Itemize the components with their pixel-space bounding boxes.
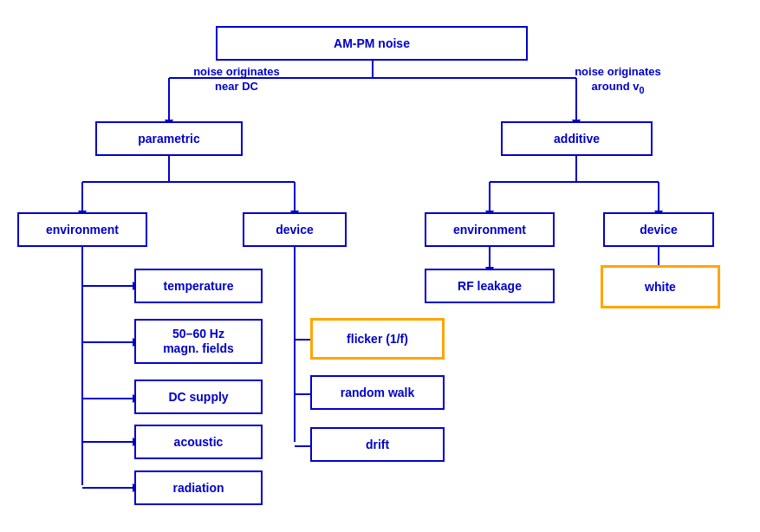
node-flicker: flicker (1/f)	[310, 318, 445, 360]
node-parametric: parametric	[95, 121, 243, 156]
node-device-right: device	[603, 212, 714, 247]
node-env-left: environment	[17, 212, 147, 247]
node-root: AM-PM noise	[216, 26, 528, 61]
node-white: white	[601, 265, 720, 308]
node-acoustic: acoustic	[134, 425, 263, 459]
node-random-walk: random walk	[310, 375, 445, 410]
node-additive: additive	[501, 121, 653, 156]
label-noise-around-v0: noise originatesaround v0	[549, 65, 687, 96]
diagram: AM-PM noise noise originates near DC noi…	[0, 0, 760, 532]
node-env-right: environment	[425, 212, 555, 247]
node-temperature: temperature	[134, 269, 263, 303]
node-magn-fields: 50–60 Hzmagn. fields	[134, 319, 263, 364]
label-noise-near-dc: noise originates near DC	[180, 65, 293, 94]
node-drift: drift	[310, 427, 445, 462]
node-radiation: radiation	[134, 470, 263, 505]
node-dc-supply: DC supply	[134, 380, 263, 414]
node-device-left: device	[243, 212, 347, 247]
node-rf-leakage: RF leakage	[425, 269, 555, 303]
